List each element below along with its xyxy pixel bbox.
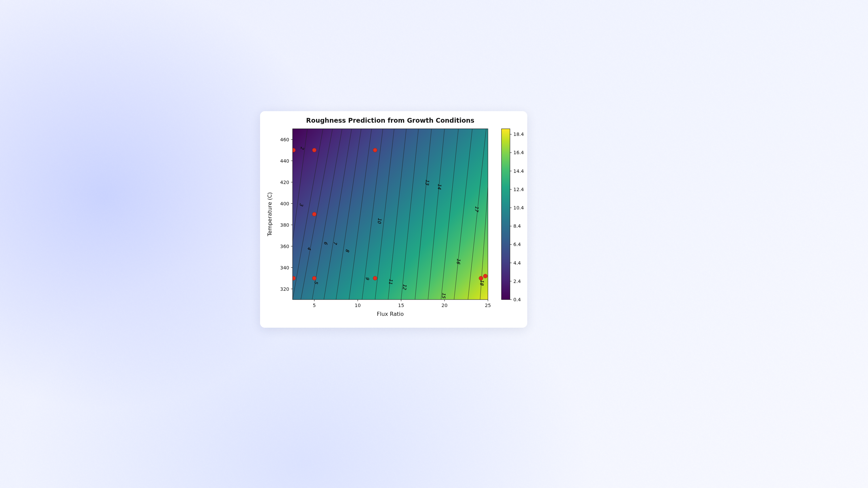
svg-point-60 xyxy=(483,274,487,278)
svg-point-55 xyxy=(312,212,316,216)
svg-text:2.4: 2.4 xyxy=(513,279,521,284)
svg-text:11: 11 xyxy=(388,278,394,284)
svg-point-52 xyxy=(292,148,296,152)
svg-text:10: 10 xyxy=(355,303,361,308)
svg-point-58 xyxy=(373,276,377,280)
svg-text:420: 420 xyxy=(280,180,289,185)
svg-text:4.4: 4.4 xyxy=(513,260,521,266)
svg-point-54 xyxy=(373,148,377,152)
svg-text:15: 15 xyxy=(441,292,447,299)
figure-card: Roughness Prediction from Growth Conditi… xyxy=(260,111,527,328)
svg-text:0.4: 0.4 xyxy=(513,297,521,302)
colorbar-ticks: 0.42.44.46.48.410.412.414.416.418.4 xyxy=(510,131,524,302)
svg-text:460: 460 xyxy=(280,137,289,142)
svg-text:13: 13 xyxy=(425,179,430,186)
svg-text:14: 14 xyxy=(437,183,442,190)
svg-text:10.4: 10.4 xyxy=(513,205,524,210)
svg-text:6.4: 6.4 xyxy=(513,242,521,247)
chart-title: Roughness Prediction from Growth Conditi… xyxy=(306,117,474,124)
svg-text:380: 380 xyxy=(280,222,289,228)
svg-text:20: 20 xyxy=(441,303,448,308)
svg-text:5: 5 xyxy=(313,303,316,308)
svg-text:320: 320 xyxy=(280,286,289,292)
svg-text:340: 340 xyxy=(280,265,289,270)
svg-point-59 xyxy=(479,276,483,280)
x-axis-label: Flux Ratio xyxy=(377,311,403,317)
svg-text:360: 360 xyxy=(280,244,289,249)
svg-text:14.4: 14.4 xyxy=(513,168,524,174)
svg-text:12.4: 12.4 xyxy=(513,187,524,192)
svg-text:18: 18 xyxy=(479,280,485,286)
figure: Roughness Prediction from Growth Conditi… xyxy=(260,111,527,328)
y-ticks: 320340360380400420440460 xyxy=(280,137,293,292)
svg-text:400: 400 xyxy=(280,201,289,206)
colorbar xyxy=(501,129,510,300)
x-ticks: 510152025 xyxy=(313,300,491,308)
heatmap-fill xyxy=(293,129,488,300)
svg-point-57 xyxy=(312,276,316,280)
y-axis-label: Temperature (C) xyxy=(267,192,273,237)
svg-text:18.4: 18.4 xyxy=(513,131,524,137)
svg-point-53 xyxy=(312,148,316,152)
svg-text:440: 440 xyxy=(280,158,289,164)
svg-point-56 xyxy=(292,276,296,280)
svg-text:15: 15 xyxy=(398,303,404,308)
contour-plot: Roughness Prediction from Growth Conditi… xyxy=(260,111,527,328)
svg-text:12: 12 xyxy=(402,284,408,290)
svg-text:16.4: 16.4 xyxy=(513,150,524,155)
svg-text:25: 25 xyxy=(485,303,491,308)
svg-text:8.4: 8.4 xyxy=(513,223,521,229)
